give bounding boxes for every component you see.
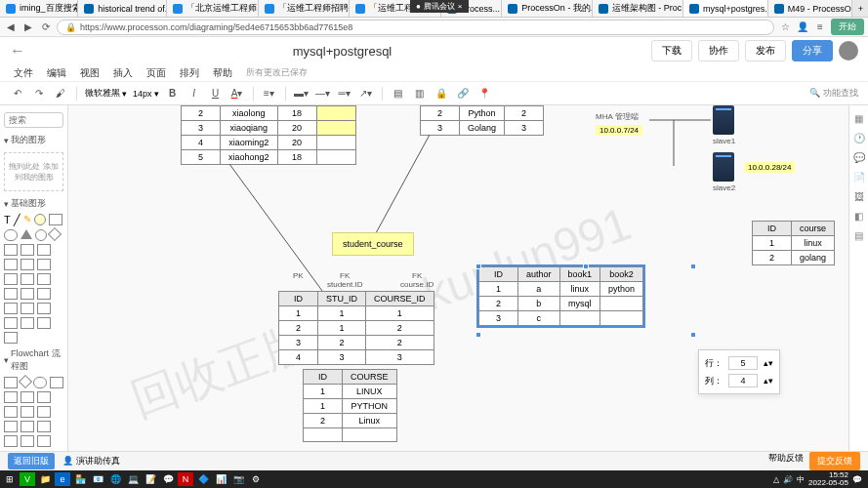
flow-shape[interactable] [21,391,34,403]
flow-shape[interactable] [4,435,18,447]
shape[interactable] [4,332,18,344]
share-button[interactable]: 分享 [792,40,833,61]
flow-shape[interactable] [21,435,34,447]
shape[interactable] [4,317,18,329]
flow-shape[interactable] [19,375,32,388]
task-app-icon[interactable]: 📧 [90,472,105,486]
browser-tab[interactable]: 「北京运维工程师...× [167,0,259,17]
basic-shapes-section[interactable]: ▾ 基础图形 [4,195,63,212]
server-icon[interactable] [713,105,734,135]
selection-handle[interactable] [475,264,481,269]
submit-feedback-button[interactable]: 提交反馈 [809,452,860,470]
flow-shape[interactable] [37,435,51,447]
shape[interactable] [37,317,51,329]
avatar[interactable] [839,41,858,61]
download-button[interactable]: 下载 [651,40,692,61]
redo-icon[interactable]: ↷ [31,86,47,102]
publish-button[interactable]: 发布 [745,40,786,61]
my-shapes-section[interactable]: ▾ 我的图形 [4,132,63,148]
task-app-icon[interactable]: 📷 [230,472,246,486]
diamond-shape[interactable] [48,227,62,241]
shape[interactable] [21,259,34,270]
underline-icon[interactable]: U [208,86,224,102]
shape[interactable] [37,273,51,285]
server-icon[interactable] [713,152,734,182]
menu-view[interactable]: 视图 [80,66,100,80]
shape[interactable] [4,259,18,270]
rounded-rect-shape[interactable] [4,229,18,241]
function-search[interactable]: 🔍 功能查找 [809,87,858,100]
line-icon[interactable]: —▾ [315,86,331,102]
font-select[interactable]: 微软雅黑 ▾ [85,87,127,100]
browser-tab[interactable]: 「运维工程师招聘...× [259,0,351,17]
browser-tab[interactable]: iming_百度搜索× [0,0,78,17]
task-app-icon[interactable]: 🏪 [72,472,88,486]
page-icon[interactable]: 📄 [852,170,866,183]
menu-page[interactable]: 页面 [146,66,166,80]
coop-button[interactable]: 协作 [698,40,739,61]
flow-shape[interactable] [37,391,51,403]
menu-insert[interactable]: 插入 [113,66,133,80]
student-table[interactable]: 2xiaolong18 3xiaoqiang20 4xiaoming220 5x… [181,105,356,165]
location-icon[interactable]: 📍 [476,86,492,102]
shape[interactable] [37,303,51,314]
task-app-icon[interactable]: 🌐 [107,472,123,486]
flowchart-section[interactable]: ▾ Flowchart 流程图 [4,346,63,375]
fontsize-select[interactable]: 14px ▾ [133,89,159,99]
flow-shape[interactable] [33,377,47,388]
shape-search-input[interactable] [4,112,63,128]
layers-icon[interactable]: ▤ [852,228,866,242]
selection-handle[interactable] [690,264,696,269]
meeting-overlay[interactable]: ● 腾讯会议 × [410,0,469,13]
align-icon[interactable]: ≡▾ [262,86,277,102]
line-shape-icon[interactable]: ╱ [14,214,21,226]
drop-zone[interactable]: 拖到此处 添加到我的图形 [4,152,63,191]
task-app-icon[interactable]: 📁 [37,472,53,486]
browser-tab[interactable]: 运维架构图 - Proc...× [593,0,683,17]
star-icon[interactable]: ☆ [778,20,792,34]
browser-tab-active[interactable]: mysql+postgres...× [683,0,768,17]
linestyle-icon[interactable]: ═▾ [337,86,352,102]
ellipse-shape[interactable] [35,229,47,241]
start-button[interactable]: 开始 [831,19,864,35]
flow-shape[interactable] [21,421,34,432]
reload-icon[interactable]: ⟳ [39,20,53,34]
browser-tab[interactable]: M49 - ProcessOn× [768,0,852,17]
undo-icon[interactable]: ↶ [10,86,25,102]
col-input[interactable] [728,374,758,387]
task-app-icon[interactable]: 💻 [125,472,141,486]
selection-handle[interactable] [475,332,481,338]
menu-arrange[interactable]: 排列 [180,66,199,80]
menu-file[interactable]: 文件 [14,66,33,80]
row-input[interactable] [728,356,758,370]
selection-handle[interactable] [583,264,589,269]
comment-icon[interactable]: 💬 [852,150,866,164]
id-course-table[interactable]: IDcourse 1linux 2golang [752,221,835,265]
shape[interactable] [4,303,18,314]
task-app-icon[interactable]: V [20,472,35,486]
course-table[interactable]: IDCOURSE 1LINUX 1PYTHON 2Linux [303,369,397,442]
shape[interactable] [21,303,34,314]
menu-help[interactable]: 帮助 [213,66,232,80]
fill-icon[interactable]: ▬▾ [294,86,310,102]
lang-table[interactable]: 2Python2 3Golang3 [420,105,544,136]
shape[interactable] [21,317,34,329]
flow-shape[interactable] [4,377,18,388]
student-course-note[interactable]: student_course [332,232,414,256]
flow-shape[interactable] [4,391,18,403]
url-input[interactable]: 🔒 https://www.processon.com/diagraming/5… [57,20,774,35]
link-icon[interactable]: 🔗 [455,86,471,102]
help-button[interactable]: 帮助反馈 [768,452,804,470]
nav-icon[interactable]: ▦ [852,111,866,125]
shape[interactable] [21,273,34,285]
circle-shape[interactable] [34,214,46,225]
shape[interactable] [37,259,51,270]
menu-edit[interactable]: 编辑 [47,66,66,80]
browser-tab[interactable]: ProcessOn - 我的...× [502,0,592,17]
flow-shape[interactable] [37,421,51,432]
flow-shape[interactable] [50,377,63,388]
new-tab-button[interactable]: + [852,0,868,17]
doc-title[interactable]: mysql+postgresql [293,44,393,59]
pentagon-shape[interactable] [4,244,18,256]
user-icon[interactable]: 👤 [796,20,809,34]
